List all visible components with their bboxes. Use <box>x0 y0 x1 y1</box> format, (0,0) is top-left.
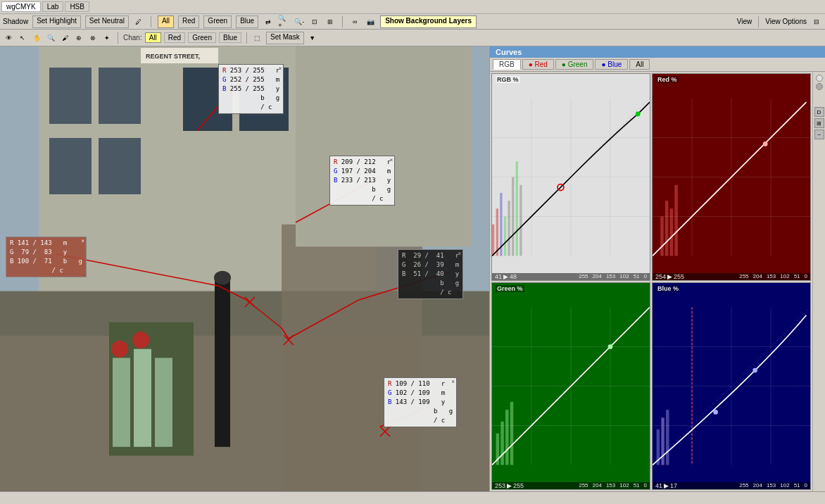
green-curve-label: Green % <box>496 285 524 292</box>
curves-tab-blue[interactable]: ● Blue <box>595 59 628 70</box>
camera-icon[interactable]: 📷 <box>365 16 376 27</box>
blue-curve-footer: 41 ▶ 17 255204153102510 <box>653 482 810 489</box>
popup3-close[interactable]: × <box>81 238 84 244</box>
red-footer-numbers: 255204153102510 <box>739 273 807 280</box>
green-input-vals: 253 ▶ 255 <box>495 482 524 489</box>
svg-point-92 <box>752 368 757 373</box>
zoom-tool-icon[interactable]: 🔍 <box>45 32 56 44</box>
set-neutral-button[interactable]: Set Neutral <box>85 15 129 28</box>
green-curve-svg[interactable] <box>492 283 650 489</box>
color-popup-5: × R 109 / 110 r G 102 / 109 m B 143 / 10… <box>384 377 457 427</box>
curves-tab-green[interactable]: ● Green <box>555 59 594 70</box>
second-toolbar: 👁 ↖ ✋ 🔍 🖌 ⊕ ⊗ ✦ Chan: All Red Green Blue… <box>0 30 825 46</box>
right-column: D ⊞ − <box>812 72 825 491</box>
rgb-output-val: 48 <box>510 273 517 280</box>
heal-icon[interactable]: ✦ <box>101 32 113 44</box>
svg-rect-15 <box>155 358 172 446</box>
svg-point-18 <box>111 341 128 358</box>
right-icon-5[interactable]: − <box>814 130 824 139</box>
select-icon[interactable]: ⬚ <box>252 32 263 44</box>
chan-all-button[interactable]: All <box>145 32 161 43</box>
red-input-val: 254 <box>655 273 666 280</box>
svg-point-55 <box>636 112 641 117</box>
svg-rect-3 <box>99 68 141 124</box>
eye-icon[interactable]: 👁 <box>3 32 14 44</box>
brush-icon[interactable]: 🖌 <box>59 32 70 44</box>
svg-rect-4 <box>49 138 92 194</box>
svg-rect-49 <box>504 217 506 256</box>
show-bg-button[interactable]: Show Background Layers <box>380 15 477 28</box>
svg-rect-16 <box>215 278 230 447</box>
rgb-input-vals: 41 ▶ 48 <box>495 273 517 280</box>
svg-rect-88 <box>661 417 664 465</box>
svg-rect-50 <box>508 201 510 256</box>
popup2-close[interactable]: × <box>389 157 393 163</box>
right-icon-3[interactable]: D <box>814 107 824 117</box>
svg-rect-63 <box>660 217 663 256</box>
separator-5 <box>246 32 247 44</box>
set-mask-button[interactable]: Set Mask <box>266 32 304 44</box>
set-highlight-button[interactable]: Set Highlight <box>32 15 81 28</box>
tab-lab[interactable]: Lab <box>42 1 64 12</box>
chan-green-button[interactable]: Green <box>188 32 216 43</box>
color-red-button[interactable]: Red <box>178 15 199 28</box>
curves-tab-rgb[interactable]: RGB <box>493 59 521 70</box>
tab-hsb[interactable]: HSB <box>65 1 89 12</box>
mask-dropdown-icon[interactable]: ▼ <box>307 32 318 44</box>
popup5-close[interactable]: × <box>451 379 455 385</box>
stamp-icon[interactable]: ⊗ <box>87 32 99 44</box>
svg-text:REGENT STREET,: REGENT STREET, <box>146 53 200 60</box>
svg-rect-66 <box>674 185 677 256</box>
svg-rect-52 <box>516 161 518 256</box>
separator-4 <box>118 32 118 44</box>
arrow-icon[interactable]: ↖ <box>17 32 28 44</box>
blue-curve-label: Blue % <box>656 285 680 292</box>
zoom-in-icon[interactable]: 🔍+ <box>278 16 289 27</box>
chan-blue-button[interactable]: Blue <box>219 32 241 43</box>
curves-tab-red[interactable]: ● Red <box>522 59 554 70</box>
color-blue-button[interactable]: Blue <box>236 15 258 28</box>
popup4-close[interactable]: × <box>458 251 461 257</box>
separator-3 <box>758 16 759 27</box>
right-icon-1[interactable] <box>816 75 823 82</box>
green-output-val: 255 <box>513 482 524 489</box>
zoom-actual-icon[interactable]: ⊞ <box>325 16 336 27</box>
curves-panel: Curves RGB ● Red ● Green ● Blue All RGB <box>489 46 825 491</box>
svg-rect-77 <box>505 410 508 465</box>
eyedropper-icon[interactable]: 🖊 <box>133 16 144 27</box>
hand-icon[interactable]: ✋ <box>31 32 42 44</box>
clone-icon[interactable]: ⊕ <box>73 32 84 44</box>
svg-rect-64 <box>665 201 668 256</box>
curves-tab-all[interactable]: All <box>629 59 650 70</box>
svg-point-67 <box>763 141 768 146</box>
zoom-out-icon[interactable]: 🔍- <box>294 16 305 27</box>
popup1-close[interactable]: × <box>278 65 282 72</box>
right-icon-4[interactable]: ⊞ <box>814 118 824 128</box>
color-all-button[interactable]: All <box>158 15 174 28</box>
red-output-val: 255 <box>674 273 684 280</box>
curves-content: RGB % <box>490 72 812 491</box>
svg-rect-21 <box>296 46 472 246</box>
rgb-curve-box: RGB % <box>491 73 650 281</box>
red-curve-svg[interactable] <box>653 74 810 280</box>
blue-input-val: 41 <box>655 482 662 489</box>
color-popup-2: × R 209 / 212 r G 197 / 204 m B 233 / 21… <box>329 156 395 206</box>
view-label: View <box>737 18 752 25</box>
blue-curve-svg[interactable] <box>653 283 810 489</box>
flip-icon[interactable]: ⇄ <box>263 16 274 27</box>
color-green-button[interactable]: Green <box>203 15 232 28</box>
curves-tabs: RGB ● Red ● Green ● Blue All <box>490 58 825 72</box>
chan-red-button[interactable]: Red <box>164 32 185 43</box>
blue-footer-numbers: 255204153102510 <box>739 482 807 489</box>
right-icon-2[interactable] <box>816 83 823 90</box>
zoom-fit-icon[interactable]: ⊡ <box>309 16 320 27</box>
view-options-label: View Options <box>765 18 807 25</box>
green-curve-box: Green % <box>491 282 650 490</box>
tab-wgcmyk[interactable]: wgCMYK <box>1 1 41 12</box>
link-icon[interactable]: ∞ <box>349 16 360 27</box>
svg-rect-47 <box>496 208 498 256</box>
svg-rect-51 <box>512 177 514 256</box>
rgb-curve-svg[interactable] <box>492 74 650 280</box>
red-curve-label: Red % <box>656 76 679 83</box>
view-options-icon[interactable]: ⊟ <box>811 16 822 27</box>
